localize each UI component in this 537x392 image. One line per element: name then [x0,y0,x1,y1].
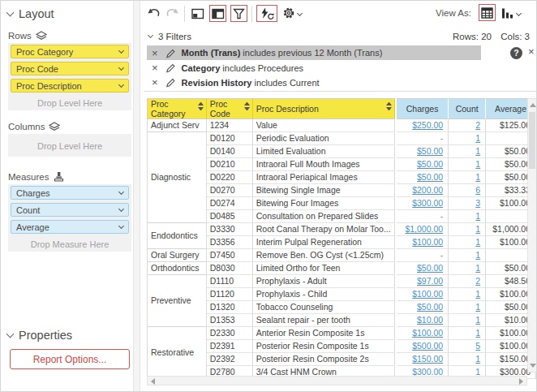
charges-link[interactable]: $1,000.00 [405,224,443,234]
header-proc-category[interactable]: Proc Category [147,98,207,119]
view-as-grid-button[interactable] [479,4,496,21]
charges-link[interactable]: $50.00 [417,159,443,169]
measure-select[interactable]: Average [11,220,129,234]
row-field-select[interactable]: Proc Code [11,62,129,75]
edit-filter-icon[interactable] [165,62,175,73]
remove-filter-icon[interactable]: × [152,77,158,88]
pivot-panel-button[interactable] [209,5,226,22]
filter-text: Month (Trans) includes previous 12 Month… [182,48,383,58]
header-count[interactable]: Count [449,98,486,119]
count-link[interactable]: 1 [475,315,480,325]
count-link[interactable]: 1 [475,133,480,143]
measure-select[interactable]: Count [11,203,129,217]
proc-description-cell: Bitewing Single Image [253,184,395,197]
measures-drop-zone: ChargesCountAverageDrop Measure Here [8,184,131,252]
charges-link[interactable]: $500.00 [412,341,443,351]
horizontal-scrollbar[interactable] [147,376,527,386]
scroll-up-arrow-icon[interactable] [530,103,536,107]
count-cell: 1 [449,327,486,340]
edit-filter-icon[interactable] [165,48,175,58]
scroll-left-arrow-icon[interactable] [151,378,155,385]
sort-icon[interactable] [244,102,250,110]
proc-code-cell: D1120 [207,288,253,301]
count-link[interactable]: 1 [475,250,480,260]
sort-icon[interactable] [386,102,392,110]
proc-description-cell: Intraoral Periapical Images [253,171,395,184]
count-link[interactable]: 1 [475,354,480,364]
auto-refresh-button[interactable] [256,5,277,22]
view-as-chart-button[interactable] [500,6,522,20]
count-link[interactable]: 6 [475,185,480,195]
charges-link[interactable]: $300.00 [412,198,443,208]
count-link[interactable]: 1 [475,263,480,273]
sidebar-scrollbar[interactable] [133,1,140,391]
charges-link[interactable]: $250.00 [412,120,443,130]
layout-section-header[interactable]: Layout [7,7,54,20]
measure-select[interactable]: Charges [11,186,129,200]
measure-select-value: Charges [16,188,50,198]
toolbar-separator [184,6,185,22]
charges-link[interactable]: $50.00 [417,146,443,156]
charges-cell: $200.00 [397,184,449,197]
undo-button[interactable] [147,6,161,20]
charges-cell: - [397,210,449,223]
filter-button[interactable] [230,5,247,22]
charges-link[interactable]: $50.00 [417,302,443,312]
row-field-select[interactable]: Proc Description [11,79,129,93]
filters-summary-toggle[interactable]: 3 Filters [148,32,191,41]
vertical-scrollbar[interactable] [527,98,537,373]
charges-link[interactable]: $100.00 [412,328,443,338]
row-field-select[interactable]: Proc Category [11,45,129,58]
cols-count: Cols: 3 [500,32,530,41]
drop-level-hint: Drop Level Here [8,96,131,110]
count-link[interactable]: 1 [475,159,480,169]
header-proc-description[interactable]: Proc Description [253,98,395,119]
layout-panel-button[interactable] [191,6,205,20]
properties-section-header[interactable]: Properties [7,329,72,342]
charges-link[interactable]: $200.00 [412,185,443,195]
report-options-button[interactable]: Report Options... [10,349,130,369]
count-link[interactable]: 1 [475,328,480,338]
filter-row[interactable]: ×Revision History includes Current [147,75,481,89]
count-link[interactable]: 3 [475,198,480,208]
count-link[interactable]: 1 [475,146,480,156]
count-link[interactable]: 1 [475,302,480,312]
scrollbar-thumb[interactable] [529,112,535,169]
count-link[interactable]: 1 [475,211,480,221]
charges-link[interactable]: $100.00 [412,237,443,247]
average-value: $100.00 [500,198,531,208]
charges-link[interactable]: $97.00 [417,276,443,286]
header-charges[interactable]: Charges [397,98,449,119]
remove-filter-icon[interactable]: × [152,62,158,73]
redo-button[interactable] [165,6,179,20]
settings-button[interactable] [281,6,303,20]
filter-row[interactable]: ×Month (Trans) includes previous 12 Mont… [147,45,481,60]
count-link[interactable]: 2 [475,120,480,130]
count-link[interactable]: 5 [475,341,480,351]
filter-funnel-icon [233,8,245,19]
scroll-down-arrow-icon[interactable] [530,364,536,368]
charges-link[interactable]: $50.00 [417,263,443,273]
average-value: $150.00 [500,354,531,364]
charges-link[interactable]: $150.00 [412,354,443,364]
help-icon[interactable]: ? [510,47,522,59]
charges-link[interactable]: $100.00 [412,289,443,299]
row-field-select-value: Proc Code [16,64,58,74]
edit-filter-icon[interactable] [165,77,175,88]
header-proc-code[interactable]: Proc Code [207,98,253,119]
close-icon[interactable]: × [528,45,535,58]
count-link[interactable]: 1 [475,224,480,234]
charges-link[interactable]: $50.00 [417,172,443,182]
count-link[interactable]: 1 [475,172,480,182]
filter-row[interactable]: ×Category includes Procedures [147,61,481,75]
sort-icon[interactable] [198,102,204,110]
count-link[interactable]: 2 [475,276,480,286]
average-value: $1,000.00 [492,224,531,234]
table-row: DiagnosticD0120Periodic Evaluation-1- [147,132,536,145]
charges-cell: $250.00 [397,119,449,132]
remove-filter-icon[interactable]: × [152,48,158,58]
scroll-right-arrow-icon[interactable] [519,378,523,385]
count-link[interactable]: 1 [475,237,480,247]
charges-link[interactable]: $10.00 [417,315,443,325]
count-link[interactable]: 1 [475,289,480,299]
